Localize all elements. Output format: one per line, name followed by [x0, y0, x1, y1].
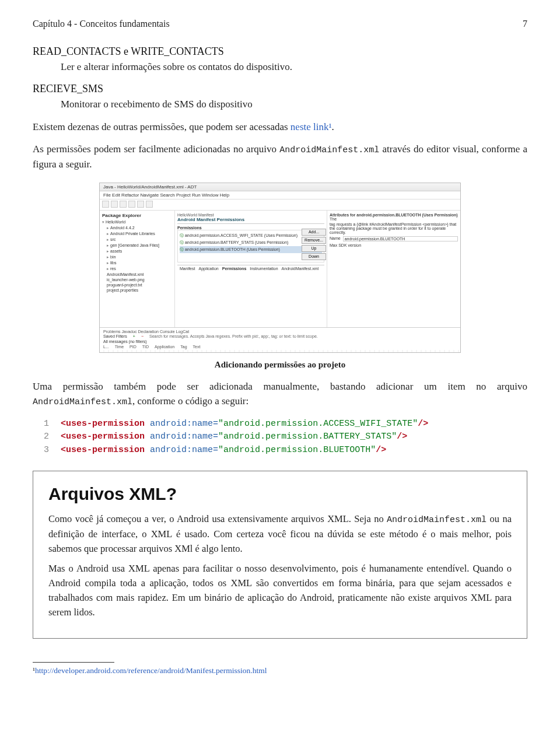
link-neste-link[interactable]: neste link¹ [290, 121, 332, 132]
up-button[interactable]: Up [302, 245, 326, 252]
name-field[interactable]: android.permission.BLUETOOTH [343, 236, 458, 241]
code-inline: AndroidMainfest.xml [387, 515, 487, 525]
panel-title: Package Explorer [102, 213, 172, 219]
tab-application[interactable]: Application [198, 267, 218, 271]
code-block: 1 <uses-permission android:name="android… [33, 418, 527, 457]
package-explorer[interactable]: Package Explorer ▾HelloWorld ▸Android 4.… [100, 211, 175, 327]
code-line: 1 <uses-permission android:name="android… [33, 418, 527, 431]
term-read-write-contacts: READ_CONTACTS e WRITE_CONTACTS [33, 45, 527, 58]
code-line: 3 <uses-permission android:name="android… [33, 444, 527, 457]
tab-androidmanifest[interactable]: AndroidManifest.xml [282, 267, 318, 271]
term-desc: Monitorar o recebimento de SMS do dispos… [61, 97, 527, 112]
box-paragraph: Como você já começou a ver, o Android us… [48, 512, 512, 556]
add-button[interactable]: Add... [302, 229, 326, 236]
toolbar-icon[interactable] [102, 201, 109, 208]
list-item[interactable]: Ⓤ android.permission.ACCESS_WIFI_STATE (… [180, 232, 322, 239]
attr-title: Attributes for android.permission.BLUETO… [330, 213, 458, 217]
info-box: Arquivos XML? Como você já começou a ver… [33, 471, 527, 639]
footnote: ¹http://developer.android.com/reference/… [33, 666, 527, 675]
down-button[interactable]: Down [302, 253, 326, 260]
paragraph: Existem dezenas de outras permissões, qu… [33, 120, 527, 135]
plus-icon[interactable]: + [133, 334, 135, 338]
ide-titlebar: Java - HelloWorld/AndroidManifest.xml - … [100, 183, 460, 191]
logcat-panel: Problems Javadoc Declaration Console Log… [100, 327, 460, 353]
editor-bottom-tabs: Manifest Application Permissions Instrum… [177, 265, 324, 272]
footnote-link[interactable]: http://developer.android.com/reference/a… [35, 666, 267, 675]
code-inline: AndroidMainfest.xml [33, 397, 132, 407]
list-item[interactable]: Ⓤ android.permission.BATTERY_STATS (Uses… [180, 239, 322, 246]
ide-window: Java - HelloWorld/AndroidManifest.xml - … [99, 183, 461, 353]
toolbar-icon[interactable] [120, 201, 127, 208]
paragraph: Uma permissão também pode ser adicionada… [33, 379, 527, 409]
footnote-rule [33, 662, 114, 663]
page-number: 7 [523, 19, 527, 29]
ide-toolbar [100, 199, 460, 211]
tab-permissions[interactable]: Permissions [222, 267, 247, 271]
code-inline: AndroidMainfest.xml [279, 145, 379, 155]
list-item[interactable]: Ⓤ android.permission.BLUETOOTH (Uses Per… [180, 246, 322, 253]
toolbar-icon[interactable] [128, 201, 135, 208]
attributes-pane: Attributes for android.permission.BLUETO… [327, 211, 460, 327]
editor-tab[interactable]: HelloWorld Manifest [177, 213, 324, 217]
figure-ide-screenshot: Java - HelloWorld/AndroidManifest.xml - … [99, 183, 461, 353]
page: Capítulo 4 - Conceitos fundamentais 7 RE… [0, 0, 560, 739]
editor-main: HelloWorld Manifest Android Manifest Per… [175, 211, 327, 327]
code-line: 2 <uses-permission android:name="android… [33, 430, 527, 444]
term-recieve-sms: RECIEVE_SMS [33, 83, 527, 95]
search-hint[interactable]: Search for messages. Accepts Java regexe… [149, 334, 457, 338]
chapter-title: Capítulo 4 - Conceitos fundamentais [33, 19, 170, 29]
box-title: Arquivos XML? [48, 484, 512, 504]
term-desc: Ler e alterar informações sobre os conta… [61, 60, 527, 75]
paragraph: As permissões podem ser facilmente adici… [33, 142, 527, 172]
figure-caption: Adicionando permissões ao projeto [33, 360, 527, 370]
toolbar-icon[interactable] [111, 201, 118, 208]
tab-instrumentation[interactable]: Instrumentation [250, 267, 278, 271]
remove-button[interactable]: Remove... [302, 237, 326, 244]
bottom-tabs: Problems Javadoc Declaration Console Log… [103, 330, 457, 334]
page-header: Capítulo 4 - Conceitos fundamentais 7 [33, 19, 527, 29]
definition-list: READ_CONTACTS e WRITE_CONTACTS Ler e alt… [33, 45, 527, 111]
ide-menubar: File Edit Refactor Navigate Search Proje… [100, 191, 460, 199]
minus-icon[interactable]: − [141, 334, 144, 338]
editor-heading: Android Manifest Permissions [177, 217, 324, 224]
perm-buttons: Add... Remove... Up Down [302, 229, 326, 260]
box-paragraph: Mas o Android usa XML apenas para facili… [48, 562, 512, 619]
toolbar-icon[interactable] [146, 201, 153, 208]
toolbar-icon[interactable] [137, 201, 144, 208]
tab-manifest[interactable]: Manifest [180, 267, 195, 271]
